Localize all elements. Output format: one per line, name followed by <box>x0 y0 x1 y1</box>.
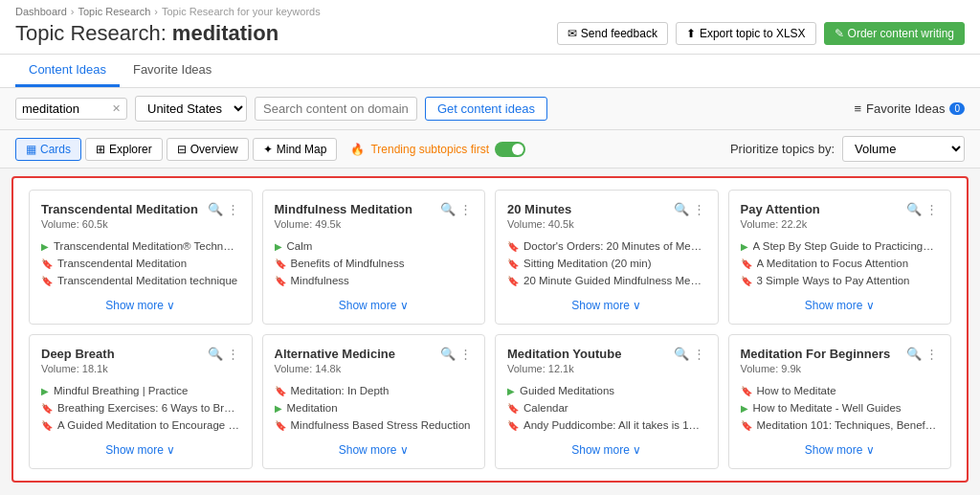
card-item-icon: 🔖 <box>507 403 519 414</box>
card-actions: 🔍 ⋮ <box>440 347 473 361</box>
card-header: Mindfulness Meditation Volume: 49.5k 🔍 ⋮ <box>275 202 474 237</box>
card-item-text: Calm <box>287 240 313 252</box>
more-options-icon[interactable]: ⋮ <box>693 202 706 216</box>
more-options-icon[interactable]: ⋮ <box>693 347 706 361</box>
card-item-icon: ▶ <box>41 241 49 252</box>
card-actions: 🔍 ⋮ <box>208 202 240 216</box>
card-items: ▶ A Step By Step Guide to Practicing Foc… <box>741 237 940 289</box>
show-more-button[interactable]: Show more ∨ <box>741 299 940 312</box>
clear-keyword-button[interactable]: ✕ <box>112 102 121 115</box>
show-more-button[interactable]: Show more ∨ <box>275 299 474 312</box>
more-options-icon[interactable]: ⋮ <box>227 202 240 216</box>
search-icon[interactable]: 🔍 <box>906 347 922 361</box>
breadcrumb-dashboard[interactable]: Dashboard <box>15 6 67 17</box>
card-item-icon: 🔖 <box>507 276 519 286</box>
search-icon[interactable]: 🔍 <box>674 347 689 361</box>
card-items: 🔖 Meditation: In Depth ▶ Meditation 🔖 Mi… <box>275 382 474 434</box>
show-more-button[interactable]: Show more ∨ <box>507 299 706 312</box>
card-item-text: Meditation: In Depth <box>291 385 390 396</box>
more-options-icon[interactable]: ⋮ <box>459 202 473 216</box>
domain-input[interactable] <box>255 97 417 121</box>
card-volume: Volume: 60.5k <box>41 218 198 230</box>
view-explorer-button[interactable]: ⊞ Explorer <box>85 138 163 161</box>
card-item-text: Transcendental Meditation <box>57 258 187 269</box>
card-item: ▶ How to Meditate - Well Guides <box>741 399 940 416</box>
show-more-button[interactable]: Show more ∨ <box>741 443 940 457</box>
topic-card: Meditation For Beginners Volume: 9.9k 🔍 … <box>728 334 952 469</box>
card-title: Pay Attention <box>741 202 820 216</box>
card-item-icon: ▶ <box>741 403 748 414</box>
card-actions: 🔍 ⋮ <box>674 202 706 216</box>
more-options-icon[interactable]: ⋮ <box>459 347 473 361</box>
show-more-button[interactable]: Show more ∨ <box>41 299 240 312</box>
show-more-button[interactable]: Show more ∨ <box>41 443 240 457</box>
order-button[interactable]: ✎ Order content writing <box>824 22 965 45</box>
topic-card: Meditation Youtube Volume: 12.1k 🔍 ⋮ ▶ G… <box>495 334 719 469</box>
card-items: ▶ Calm 🔖 Benefits of Mindfulness 🔖 Mindf… <box>275 237 474 289</box>
order-icon: ✎ <box>835 27 844 40</box>
trending-toggle[interactable] <box>495 142 525 157</box>
show-more-button[interactable]: Show more ∨ <box>275 443 474 457</box>
card-header: Deep Breath Volume: 18.1k 🔍 ⋮ <box>41 347 240 382</box>
more-options-icon[interactable]: ⋮ <box>925 202 939 216</box>
card-item: ▶ Mindful Breathing | Practice <box>41 382 240 399</box>
search-icon[interactable]: 🔍 <box>208 202 223 216</box>
search-icon[interactable]: 🔍 <box>208 347 223 361</box>
card-item-text: Andy Puddicombe: All it takes is 10 mind… <box>523 419 705 431</box>
card-header: Meditation For Beginners Volume: 9.9k 🔍 … <box>741 347 940 382</box>
view-cards-button[interactable]: ▦ Cards <box>15 138 81 161</box>
card-item-icon: 🔖 <box>41 420 53 431</box>
card-header: Pay Attention Volume: 22.2k 🔍 ⋮ <box>741 202 940 237</box>
more-options-icon[interactable]: ⋮ <box>925 347 939 361</box>
card-item-icon: 🔖 <box>41 259 53 269</box>
card-item-text: A Guided Meditation to Encourage Deep Br… <box>57 419 239 431</box>
top-actions: ✉ Send feedback ⬆ Export topic to XLSX ✎… <box>557 22 965 45</box>
keyword-input-wrap: ✕ <box>15 98 127 120</box>
breadcrumb-current: Topic Research for your keywords <box>162 6 321 17</box>
view-mindmap-button[interactable]: ✦ Mind Map <box>253 138 338 161</box>
card-item-text: How to Meditate - Well Guides <box>753 402 902 414</box>
cards-container: Transcendental Meditation Volume: 60.5k … <box>11 176 969 483</box>
card-item: 🔖 Doctor's Orders: 20 Minutes of Meditat… <box>507 237 706 255</box>
favorite-ideas-label: Favorite Ideas <box>866 101 945 116</box>
card-item: 🔖 20 Minute Guided Mindfulness Meditatio… <box>507 272 706 289</box>
feedback-icon: ✉ <box>568 27 577 40</box>
show-more-button[interactable]: Show more ∨ <box>507 443 706 457</box>
search-icon[interactable]: 🔍 <box>440 202 456 216</box>
card-item-icon: ▶ <box>275 403 282 414</box>
tab-content-ideas[interactable]: Content Ideas <box>15 55 120 87</box>
card-item-icon: 🔖 <box>507 420 519 431</box>
search-icon[interactable]: 🔍 <box>906 202 922 216</box>
favorite-ideas-button[interactable]: ≡ Favorite Ideas 0 <box>854 101 965 116</box>
card-item-text: Guided Meditations <box>520 385 614 396</box>
card-item-icon: 🔖 <box>275 276 286 286</box>
card-title: Deep Breath <box>41 347 115 361</box>
card-item: ▶ Guided Meditations <box>507 382 706 399</box>
fire-icon: 🔥 <box>350 143 365 156</box>
more-options-icon[interactable]: ⋮ <box>227 347 240 361</box>
card-item-text: Transcendental Meditation technique <box>57 275 237 286</box>
search-icon[interactable]: 🔍 <box>440 347 456 361</box>
card-item-icon: 🔖 <box>275 420 286 431</box>
search-icon[interactable]: 🔍 <box>674 202 689 216</box>
card-item-text: Transcendental Meditation® Technique – O… <box>54 240 235 252</box>
keyword-input[interactable] <box>22 101 108 116</box>
cards-icon: ▦ <box>26 143 36 156</box>
card-item-icon: 🔖 <box>41 403 53 414</box>
sort-select[interactable]: Volume Difficulty Topic Efficiency <box>842 136 965 162</box>
card-actions: 🔍 ⋮ <box>440 202 473 216</box>
feedback-label: Send feedback <box>581 27 657 40</box>
export-button[interactable]: ⬆ Export topic to XLSX <box>676 22 816 45</box>
export-label: Export topic to XLSX <box>700 27 806 40</box>
card-item-text: Mindfulness Based Stress Reduction <box>291 419 471 431</box>
breadcrumb-topic-research[interactable]: Topic Research <box>78 6 151 17</box>
view-overview-button[interactable]: ⊟ Overview <box>167 138 249 161</box>
country-select[interactable]: United States <box>135 96 247 122</box>
get-content-ideas-button[interactable]: Get content ideas <box>425 97 547 121</box>
feedback-button[interactable]: ✉ Send feedback <box>557 22 668 45</box>
tab-favorite-ideas[interactable]: Favorite Ideas <box>120 55 225 87</box>
card-item-icon: 🔖 <box>741 259 752 269</box>
card-items: 🔖 How to Meditate ▶ How to Meditate - We… <box>741 382 940 434</box>
card-item: 🔖 3 Simple Ways to Pay Attention <box>741 272 940 289</box>
card-title: Mindfulness Meditation <box>275 202 412 216</box>
